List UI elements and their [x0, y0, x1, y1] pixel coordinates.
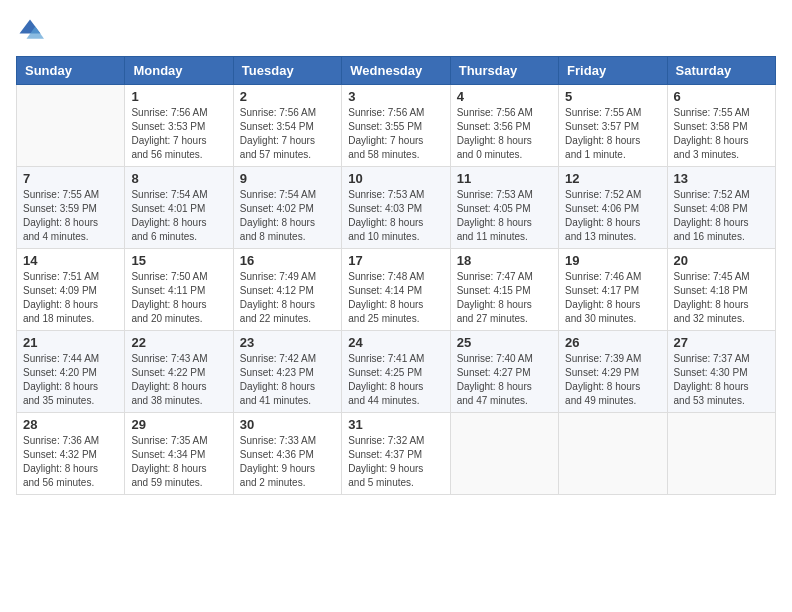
day-cell: 25Sunrise: 7:40 AMSunset: 4:27 PMDayligh…	[450, 331, 558, 413]
day-number: 3	[348, 89, 443, 104]
day-cell: 28Sunrise: 7:36 AMSunset: 4:32 PMDayligh…	[17, 413, 125, 495]
day-info: Sunrise: 7:44 AMSunset: 4:20 PMDaylight:…	[23, 352, 118, 408]
day-cell: 19Sunrise: 7:46 AMSunset: 4:17 PMDayligh…	[559, 249, 667, 331]
day-number: 2	[240, 89, 335, 104]
day-info: Sunrise: 7:39 AMSunset: 4:29 PMDaylight:…	[565, 352, 660, 408]
day-cell: 4Sunrise: 7:56 AMSunset: 3:56 PMDaylight…	[450, 85, 558, 167]
day-info: Sunrise: 7:45 AMSunset: 4:18 PMDaylight:…	[674, 270, 769, 326]
day-number: 14	[23, 253, 118, 268]
day-cell: 26Sunrise: 7:39 AMSunset: 4:29 PMDayligh…	[559, 331, 667, 413]
day-info: Sunrise: 7:41 AMSunset: 4:25 PMDaylight:…	[348, 352, 443, 408]
calendar-header-row: SundayMondayTuesdayWednesdayThursdayFrid…	[17, 57, 776, 85]
day-info: Sunrise: 7:54 AMSunset: 4:01 PMDaylight:…	[131, 188, 226, 244]
day-number: 19	[565, 253, 660, 268]
day-number: 22	[131, 335, 226, 350]
week-row-4: 21Sunrise: 7:44 AMSunset: 4:20 PMDayligh…	[17, 331, 776, 413]
day-cell: 11Sunrise: 7:53 AMSunset: 4:05 PMDayligh…	[450, 167, 558, 249]
col-header-saturday: Saturday	[667, 57, 775, 85]
day-cell: 14Sunrise: 7:51 AMSunset: 4:09 PMDayligh…	[17, 249, 125, 331]
day-number: 28	[23, 417, 118, 432]
day-number: 26	[565, 335, 660, 350]
day-info: Sunrise: 7:43 AMSunset: 4:22 PMDaylight:…	[131, 352, 226, 408]
day-cell	[450, 413, 558, 495]
day-number: 11	[457, 171, 552, 186]
day-info: Sunrise: 7:53 AMSunset: 4:03 PMDaylight:…	[348, 188, 443, 244]
day-cell: 15Sunrise: 7:50 AMSunset: 4:11 PMDayligh…	[125, 249, 233, 331]
day-number: 8	[131, 171, 226, 186]
day-info: Sunrise: 7:56 AMSunset: 3:53 PMDaylight:…	[131, 106, 226, 162]
day-info: Sunrise: 7:32 AMSunset: 4:37 PMDaylight:…	[348, 434, 443, 490]
day-number: 13	[674, 171, 769, 186]
day-number: 12	[565, 171, 660, 186]
day-info: Sunrise: 7:55 AMSunset: 3:57 PMDaylight:…	[565, 106, 660, 162]
day-number: 6	[674, 89, 769, 104]
day-cell: 1Sunrise: 7:56 AMSunset: 3:53 PMDaylight…	[125, 85, 233, 167]
col-header-sunday: Sunday	[17, 57, 125, 85]
day-cell: 17Sunrise: 7:48 AMSunset: 4:14 PMDayligh…	[342, 249, 450, 331]
day-cell: 24Sunrise: 7:41 AMSunset: 4:25 PMDayligh…	[342, 331, 450, 413]
calendar-table: SundayMondayTuesdayWednesdayThursdayFrid…	[16, 56, 776, 495]
day-number: 15	[131, 253, 226, 268]
day-info: Sunrise: 7:46 AMSunset: 4:17 PMDaylight:…	[565, 270, 660, 326]
day-cell: 8Sunrise: 7:54 AMSunset: 4:01 PMDaylight…	[125, 167, 233, 249]
day-cell: 18Sunrise: 7:47 AMSunset: 4:15 PMDayligh…	[450, 249, 558, 331]
day-number: 24	[348, 335, 443, 350]
day-info: Sunrise: 7:55 AMSunset: 3:59 PMDaylight:…	[23, 188, 118, 244]
day-cell: 30Sunrise: 7:33 AMSunset: 4:36 PMDayligh…	[233, 413, 341, 495]
day-cell: 27Sunrise: 7:37 AMSunset: 4:30 PMDayligh…	[667, 331, 775, 413]
day-cell: 3Sunrise: 7:56 AMSunset: 3:55 PMDaylight…	[342, 85, 450, 167]
day-cell: 22Sunrise: 7:43 AMSunset: 4:22 PMDayligh…	[125, 331, 233, 413]
logo	[16, 16, 48, 44]
day-info: Sunrise: 7:49 AMSunset: 4:12 PMDaylight:…	[240, 270, 335, 326]
day-cell: 13Sunrise: 7:52 AMSunset: 4:08 PMDayligh…	[667, 167, 775, 249]
day-cell	[667, 413, 775, 495]
day-number: 16	[240, 253, 335, 268]
day-number: 18	[457, 253, 552, 268]
day-cell: 21Sunrise: 7:44 AMSunset: 4:20 PMDayligh…	[17, 331, 125, 413]
day-number: 1	[131, 89, 226, 104]
day-number: 10	[348, 171, 443, 186]
day-cell: 23Sunrise: 7:42 AMSunset: 4:23 PMDayligh…	[233, 331, 341, 413]
day-cell: 10Sunrise: 7:53 AMSunset: 4:03 PMDayligh…	[342, 167, 450, 249]
week-row-1: 1Sunrise: 7:56 AMSunset: 3:53 PMDaylight…	[17, 85, 776, 167]
day-info: Sunrise: 7:52 AMSunset: 4:08 PMDaylight:…	[674, 188, 769, 244]
day-number: 20	[674, 253, 769, 268]
day-info: Sunrise: 7:35 AMSunset: 4:34 PMDaylight:…	[131, 434, 226, 490]
day-number: 31	[348, 417, 443, 432]
day-info: Sunrise: 7:50 AMSunset: 4:11 PMDaylight:…	[131, 270, 226, 326]
col-header-monday: Monday	[125, 57, 233, 85]
col-header-friday: Friday	[559, 57, 667, 85]
day-number: 21	[23, 335, 118, 350]
day-number: 4	[457, 89, 552, 104]
day-info: Sunrise: 7:56 AMSunset: 3:56 PMDaylight:…	[457, 106, 552, 162]
week-row-2: 7Sunrise: 7:55 AMSunset: 3:59 PMDaylight…	[17, 167, 776, 249]
week-row-3: 14Sunrise: 7:51 AMSunset: 4:09 PMDayligh…	[17, 249, 776, 331]
day-cell	[17, 85, 125, 167]
day-number: 7	[23, 171, 118, 186]
day-cell	[559, 413, 667, 495]
day-info: Sunrise: 7:47 AMSunset: 4:15 PMDaylight:…	[457, 270, 552, 326]
day-info: Sunrise: 7:56 AMSunset: 3:54 PMDaylight:…	[240, 106, 335, 162]
logo-icon	[16, 16, 44, 44]
day-cell: 2Sunrise: 7:56 AMSunset: 3:54 PMDaylight…	[233, 85, 341, 167]
day-number: 5	[565, 89, 660, 104]
day-number: 29	[131, 417, 226, 432]
day-info: Sunrise: 7:42 AMSunset: 4:23 PMDaylight:…	[240, 352, 335, 408]
day-info: Sunrise: 7:51 AMSunset: 4:09 PMDaylight:…	[23, 270, 118, 326]
day-number: 27	[674, 335, 769, 350]
day-number: 23	[240, 335, 335, 350]
day-info: Sunrise: 7:33 AMSunset: 4:36 PMDaylight:…	[240, 434, 335, 490]
day-number: 30	[240, 417, 335, 432]
day-info: Sunrise: 7:52 AMSunset: 4:06 PMDaylight:…	[565, 188, 660, 244]
day-cell: 31Sunrise: 7:32 AMSunset: 4:37 PMDayligh…	[342, 413, 450, 495]
day-number: 17	[348, 253, 443, 268]
day-number: 9	[240, 171, 335, 186]
day-info: Sunrise: 7:40 AMSunset: 4:27 PMDaylight:…	[457, 352, 552, 408]
day-cell: 9Sunrise: 7:54 AMSunset: 4:02 PMDaylight…	[233, 167, 341, 249]
day-info: Sunrise: 7:55 AMSunset: 3:58 PMDaylight:…	[674, 106, 769, 162]
day-info: Sunrise: 7:48 AMSunset: 4:14 PMDaylight:…	[348, 270, 443, 326]
day-cell: 16Sunrise: 7:49 AMSunset: 4:12 PMDayligh…	[233, 249, 341, 331]
col-header-wednesday: Wednesday	[342, 57, 450, 85]
day-cell: 5Sunrise: 7:55 AMSunset: 3:57 PMDaylight…	[559, 85, 667, 167]
page-header	[16, 16, 776, 44]
